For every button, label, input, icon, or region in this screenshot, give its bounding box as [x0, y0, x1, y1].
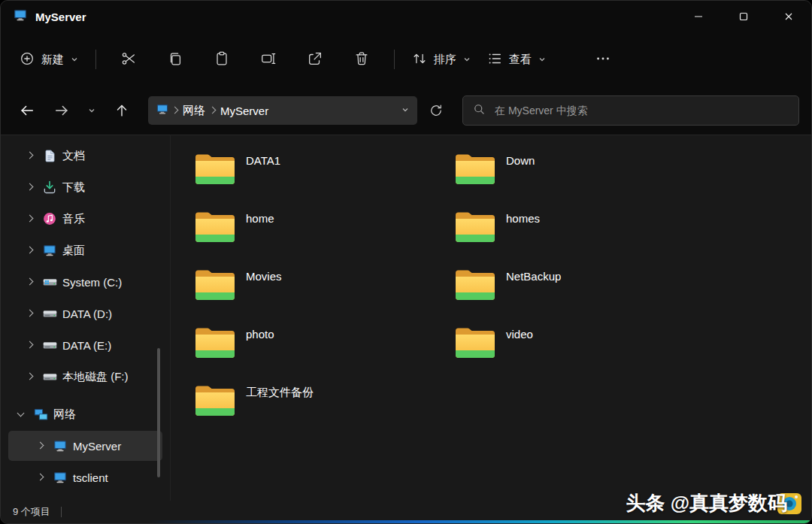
chevron-right-icon[interactable] [34, 439, 47, 453]
chevron-down-icon [538, 53, 547, 66]
watermark: 头条 @真真梦数码 [626, 489, 804, 517]
folder-item[interactable]: 工程文件备份 [193, 381, 453, 419]
folder-item[interactable]: Down [453, 150, 714, 187]
breadcrumb-chevron-icon [169, 104, 181, 117]
up-button[interactable] [106, 96, 138, 125]
back-button[interactable] [11, 96, 43, 125]
chevron-right-icon[interactable] [23, 244, 37, 257]
address-dropdown-chevron-icon[interactable] [401, 104, 410, 117]
new-button-label: 新建 [41, 53, 64, 67]
view-button[interactable]: 查看 [479, 44, 554, 75]
sidebar-item-label: 桌面 [62, 244, 85, 258]
sidebar-item-desktop[interactable]: 桌面 [8, 235, 162, 265]
sidebar-item-tsclient[interactable]: tsclient [8, 462, 162, 492]
sidebar-item-network[interactable]: 网络 [8, 399, 162, 429]
file-explorer-window: MyServer 新建 [0, 0, 812, 524]
sidebar-item-myserver[interactable]: MyServer [8, 431, 162, 461]
sidebar-item-system-c[interactable]: System (C:) [8, 267, 162, 297]
share-button[interactable] [292, 44, 338, 76]
ellipsis-icon [595, 50, 611, 69]
rename-button[interactable] [245, 44, 292, 76]
sidebar-scrollbar[interactable] [157, 348, 160, 477]
folder-item[interactable]: video [453, 323, 714, 361]
sidebar-item-label: MyServer [73, 440, 121, 453]
music-icon [41, 211, 58, 227]
sidebar-tree: 文档下载音乐桌面System (C:)DATA (D:)DATA (E:)本地磁… [1, 141, 170, 492]
more-options-button[interactable] [584, 44, 622, 76]
recent-locations-button[interactable] [80, 96, 103, 125]
folder-label: Movies [246, 270, 282, 283]
folder-item[interactable]: Movies [193, 265, 453, 303]
chevron-down-icon [70, 53, 79, 66]
sort-icon [411, 50, 428, 69]
chevron-right-icon[interactable] [23, 338, 37, 352]
titlebar: MyServer [1, 1, 811, 32]
folder-item[interactable]: home [193, 207, 453, 245]
chevron-right-icon[interactable] [23, 370, 37, 383]
folder-icon [193, 150, 237, 187]
sidebar-item-data-e[interactable]: DATA (E:) [8, 330, 162, 360]
folder-grid: DATA1DownhomehomesMoviesNetBackupphotovi… [170, 135, 811, 501]
breadcrumb-item[interactable]: MyServer [219, 104, 270, 117]
maximize-button[interactable] [721, 1, 766, 32]
folder-item[interactable]: DATA1 [193, 150, 453, 187]
sidebar-item-downloads[interactable]: 下载 [8, 172, 162, 202]
folder-label: Down [506, 154, 535, 167]
folder-item[interactable]: photo [193, 323, 453, 361]
folder-icon [453, 150, 497, 187]
drive-windows-icon [41, 274, 58, 290]
forward-button[interactable] [46, 96, 77, 125]
breadcrumb-item[interactable]: 网络 [181, 104, 207, 118]
sidebar-item-data-d[interactable]: DATA (D:) [8, 298, 162, 329]
monitor-icon [52, 438, 68, 454]
sidebar: 文档下载音乐桌面System (C:)DATA (D:)DATA (E:)本地磁… [1, 135, 170, 501]
cut-icon [120, 50, 137, 69]
sidebar-item-label: DATA (D:) [62, 307, 112, 320]
folder-label: photo [246, 328, 274, 341]
chevron-right-icon[interactable] [23, 275, 37, 289]
sidebar-item-label: 网络 [53, 407, 76, 422]
toolbar-separator [394, 50, 395, 69]
chevron-right-icon[interactable] [23, 212, 37, 226]
sidebar-item-label: DATA (E:) [62, 339, 111, 352]
chevron-right-icon[interactable] [34, 471, 47, 484]
folder-label: 工程文件备份 [246, 386, 314, 400]
toolbar-separator [95, 50, 96, 69]
chevron-right-icon[interactable] [23, 307, 37, 320]
paste-button[interactable] [198, 44, 245, 76]
sidebar-item-documents[interactable]: 文档 [8, 141, 162, 171]
folder-item[interactable]: homes [453, 207, 714, 245]
search-input[interactable] [493, 104, 789, 117]
chevron-down-icon [462, 53, 471, 66]
drive-icon [41, 337, 58, 353]
sort-button[interactable]: 排序 [404, 44, 479, 75]
minimize-button[interactable] [676, 1, 721, 32]
refresh-button[interactable] [420, 96, 452, 125]
close-button[interactable] [766, 1, 811, 32]
network-icon [32, 406, 49, 423]
sidebar-item-music[interactable]: 音乐 [8, 204, 162, 234]
cut-button[interactable] [105, 44, 152, 76]
sidebar-item-label: 本地磁盘 (F:) [62, 370, 129, 384]
address-bar[interactable]: 网络MyServer [148, 96, 417, 125]
chevron-right-icon[interactable] [23, 149, 37, 162]
document-icon [41, 147, 58, 164]
watermark-text: 头条 @真真梦数码 [626, 490, 787, 516]
delete-button[interactable] [338, 44, 385, 76]
folder-icon [453, 265, 497, 303]
drive-icon [41, 368, 58, 385]
folder-item[interactable]: NetBackup [453, 265, 714, 303]
copy-button[interactable] [152, 44, 198, 76]
sidebar-item-local-f[interactable]: 本地磁盘 (F:) [8, 362, 162, 392]
new-button[interactable]: 新建 [11, 44, 86, 75]
bottom-accent-strip [1, 520, 811, 523]
chevron-down-icon[interactable] [14, 407, 28, 421]
search-box[interactable] [462, 95, 799, 126]
status-divider [61, 507, 62, 517]
sidebar-item-label: 文档 [62, 149, 85, 163]
chevron-right-icon[interactable] [23, 180, 37, 194]
folder-label: video [506, 328, 533, 341]
main-area: 文档下载音乐桌面System (C:)DATA (D:)DATA (E:)本地磁… [1, 135, 811, 501]
search-icon [472, 102, 486, 119]
share-icon [307, 50, 323, 69]
